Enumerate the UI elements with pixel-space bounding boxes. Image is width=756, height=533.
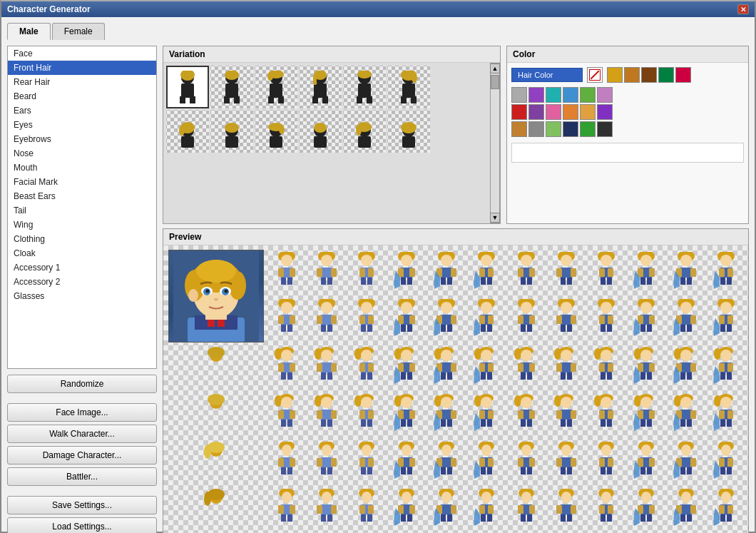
- cs-charcoal[interactable]: [597, 121, 613, 137]
- category-rear-hair[interactable]: Rear Hair: [8, 75, 156, 89]
- variation-cell-5[interactable]: [387, 66, 430, 108]
- svg-rect-3: [190, 96, 195, 103]
- svg-rect-431: [727, 420, 732, 427]
- svg-rect-396: [556, 410, 562, 419]
- category-accessory2[interactable]: Accessory 2: [8, 275, 156, 289]
- cs-forest[interactable]: [580, 121, 596, 137]
- category-nose[interactable]: Nose: [8, 146, 156, 161]
- cs-blue[interactable]: [563, 87, 578, 103]
- svg-rect-48: [358, 136, 371, 148]
- variation-cell-3[interactable]: [299, 66, 342, 108]
- category-eyebrows[interactable]: Eyebrows: [8, 132, 156, 146]
- variation-cell-9[interactable]: [299, 110, 342, 153]
- variation-scrollbar[interactable]: ▲ ▼: [490, 63, 500, 223]
- svg-point-337: [275, 395, 282, 407]
- variation-cell-4[interactable]: [343, 66, 386, 108]
- category-clothing[interactable]: Clothing: [8, 232, 156, 246]
- color-swatch-brown-orange[interactable]: [624, 67, 640, 83]
- variation-cell-1[interactable]: [210, 66, 253, 108]
- variation-cell-7[interactable]: [210, 110, 253, 153]
- category-accessory1[interactable]: Accessory 1: [8, 260, 156, 275]
- category-tail[interactable]: Tail: [8, 203, 156, 218]
- category-front-hair[interactable]: Front Hair: [8, 61, 156, 75]
- battler-button[interactable]: Battler...: [7, 467, 157, 486]
- svg-rect-591: [680, 514, 685, 522]
- cs-mint[interactable]: [546, 121, 561, 137]
- cs-tan[interactable]: [511, 121, 527, 137]
- svg-point-65: [188, 289, 198, 302]
- category-ears[interactable]: Ears: [8, 103, 156, 118]
- variation-cell-0[interactable]: [166, 66, 209, 108]
- category-face[interactable]: Face: [8, 46, 156, 61]
- cs-teal[interactable]: [546, 87, 561, 103]
- svg-point-266: [401, 350, 412, 361]
- color-swatch-crimson[interactable]: [675, 67, 691, 83]
- variation-cell-8[interactable]: [255, 110, 297, 153]
- tab-male[interactable]: Male: [7, 23, 51, 40]
- svg-rect-479: [521, 467, 526, 474]
- cs-mid-gray[interactable]: [528, 121, 544, 137]
- variation-cell-2[interactable]: [255, 66, 297, 108]
- category-facial-mark[interactable]: Facial Mark: [8, 175, 156, 189]
- svg-point-447: [362, 445, 372, 456]
- cs-gray[interactable]: [511, 87, 527, 103]
- category-wing[interactable]: Wing: [8, 218, 156, 232]
- category-glasses[interactable]: Glasses: [8, 289, 156, 303]
- hair-col-r3: [166, 391, 266, 438]
- svg-point-15: [267, 72, 273, 81]
- svg-point-227: [680, 302, 692, 313]
- svg-rect-391: [527, 420, 532, 427]
- cs-violet[interactable]: [528, 104, 544, 120]
- category-beast-ears[interactable]: Beast Ears: [8, 189, 156, 203]
- cs-purple[interactable]: [528, 87, 544, 103]
- color-swatch-green[interactable]: [658, 67, 674, 83]
- cs-navy[interactable]: [563, 121, 578, 137]
- cs-amber[interactable]: [580, 104, 596, 120]
- tab-female[interactable]: Female: [52, 23, 105, 40]
- color-swatch-dark-brown[interactable]: [641, 67, 657, 83]
- svg-point-32: [412, 73, 417, 83]
- no-color-swatch[interactable]: [587, 67, 603, 83]
- hair-color-label[interactable]: Hair Color: [511, 68, 583, 82]
- damage-character-button[interactable]: Damage Character...: [7, 446, 157, 465]
- category-mouth[interactable]: Mouth: [8, 161, 156, 175]
- save-settings-button[interactable]: Save Settings...: [7, 496, 157, 514]
- category-eyes[interactable]: Eyes: [8, 118, 156, 132]
- svg-rect-456: [398, 458, 404, 467]
- cs-orange[interactable]: [563, 104, 578, 120]
- svg-rect-152: [719, 268, 725, 277]
- close-title-button[interactable]: ✕: [737, 4, 749, 14]
- variation-cell-6[interactable]: [166, 110, 209, 153]
- sprite-r2-c2: [347, 343, 386, 390]
- svg-rect-457: [409, 458, 415, 467]
- face-image-button[interactable]: Face Image...: [7, 403, 157, 422]
- svg-rect-438: [287, 467, 292, 474]
- cs-lime[interactable]: [580, 87, 596, 103]
- svg-rect-23: [358, 83, 371, 98]
- cs-deep-purple[interactable]: [597, 104, 613, 120]
- svg-rect-535: [361, 514, 366, 522]
- svg-rect-197: [487, 325, 492, 332]
- svg-rect-521: [281, 514, 286, 522]
- randomize-button[interactable]: Randomize: [7, 375, 157, 393]
- svg-point-594: [721, 492, 731, 503]
- svg-rect-120: [527, 278, 532, 285]
- variation-cell-11[interactable]: [387, 110, 430, 153]
- svg-rect-239: [727, 325, 732, 332]
- cs-red[interactable]: [511, 104, 527, 120]
- cs-hot-pink[interactable]: [546, 104, 561, 120]
- svg-rect-412: [638, 410, 643, 419]
- sprite-r3-c8: [586, 391, 625, 438]
- svg-rect-181: [409, 315, 415, 324]
- walk-character-button[interactable]: Walk Character...: [7, 425, 157, 443]
- category-cloak[interactable]: Cloak: [8, 246, 156, 260]
- svg-rect-106: [447, 278, 452, 285]
- svg-rect-564: [527, 514, 532, 522]
- color-swatch-gold[interactable]: [607, 67, 623, 83]
- variation-cell-10[interactable]: [343, 110, 386, 153]
- load-settings-button[interactable]: Load Settings...: [7, 517, 157, 533]
- sprite-r4-c8: [586, 438, 625, 485]
- category-beard[interactable]: Beard: [8, 89, 156, 103]
- svg-rect-311: [607, 372, 612, 380]
- cs-pink-purple[interactable]: [597, 87, 613, 103]
